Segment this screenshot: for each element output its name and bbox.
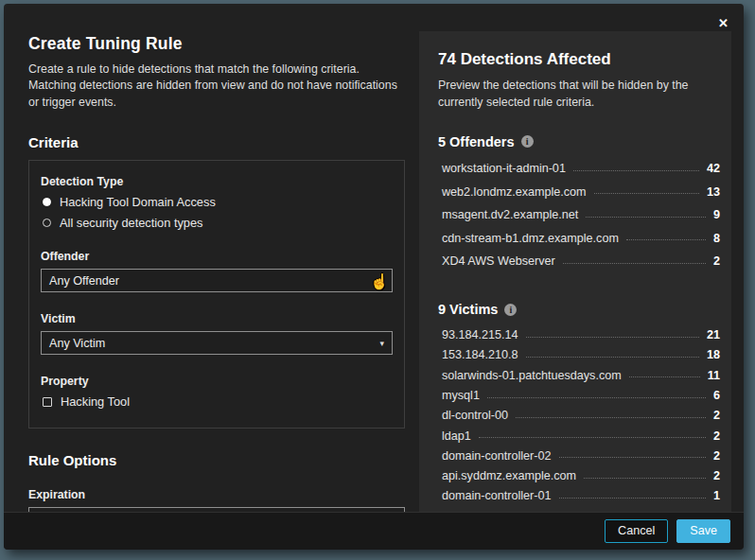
victim-name: mysql1 <box>442 389 480 402</box>
victim-list-item: solarwinds-01.patchtuesdays.com 11 <box>438 365 720 385</box>
detections-affected-title: 74 Detections Affected <box>438 50 720 69</box>
victim-list-item: api.syddmz.example.com 2 <box>438 466 720 486</box>
close-icon[interactable]: ✕ <box>714 13 732 33</box>
victims-heading-label: 9 Victims <box>438 302 498 317</box>
dotted-leader <box>559 457 706 458</box>
offender-label: Offender <box>41 250 393 263</box>
dialog-footer: Cancel Save <box>4 512 744 550</box>
rule-options-heading: Rule Options <box>28 452 405 468</box>
save-button[interactable]: Save <box>676 519 730 544</box>
radio-unselected-icon <box>43 219 51 227</box>
offenders-list: workstation-it-admin-01 42 web2.londmz.e… <box>438 157 720 273</box>
radio-all-security-detection-types[interactable]: All security detection types <box>41 216 393 230</box>
offender-count: 42 <box>707 162 720 175</box>
detection-type-label: Detection Type <box>41 175 393 188</box>
radio-option-label: All security detection types <box>60 216 203 230</box>
victim-name: api.syddmz.example.com <box>442 469 576 482</box>
dialog-subtitle: Create a rule to hide detections that ma… <box>28 61 405 111</box>
criteria-heading: Criteria <box>28 134 405 150</box>
victim-name: ldap1 <box>442 429 471 443</box>
radio-option-label: Hacking Tool Domain Access <box>60 195 216 209</box>
offender-selected-value: Any Offender <box>49 274 119 288</box>
cancel-button[interactable]: Cancel <box>605 519 668 544</box>
victim-name: dl-control-00 <box>442 409 508 422</box>
offender-count: 8 <box>713 232 720 245</box>
victim-list-item: dl-control-00 2 <box>438 406 720 426</box>
victim-list-item: domain-controller-01 1 <box>438 486 720 506</box>
offender-select[interactable]: Any Offender ☝ <box>41 269 393 292</box>
dotted-leader <box>487 397 706 398</box>
victim-count: 18 <box>707 348 720 361</box>
victim-count: 2 <box>713 429 720 443</box>
victim-count: 1 <box>713 489 720 502</box>
info-icon[interactable]: i <box>504 304 517 316</box>
victim-count: 6 <box>713 389 720 402</box>
criteria-fieldset: Detection Type Hacking Tool Domain Acces… <box>28 160 405 429</box>
expiration-label: Expiration <box>28 488 405 501</box>
dotted-leader <box>526 337 699 338</box>
offender-name: msagent.dv2.example.net <box>442 208 578 221</box>
dotted-leader <box>629 376 700 377</box>
victim-name: domain-controller-02 <box>442 449 552 463</box>
victim-label: Victim <box>41 312 393 325</box>
create-tuning-rule-dialog: ✕ Create Tuning Rule Create a rule to hi… <box>4 4 744 550</box>
victims-list: 93.184.215.14 21 153.184.210.8 18 solarw… <box>438 324 720 506</box>
victim-selected-value: Any Victim <box>49 337 105 350</box>
victim-name: 93.184.215.14 <box>442 328 518 341</box>
victim-list-item: 153.184.210.8 18 <box>438 345 720 365</box>
victim-select[interactable]: Any Victim ▾ <box>41 331 393 355</box>
checkbox-unchecked-icon <box>43 397 52 407</box>
dotted-leader <box>526 357 699 358</box>
dotted-leader <box>573 170 699 171</box>
offender-count: 13 <box>707 185 720 199</box>
offenders-heading: 5 Offenders i <box>438 134 720 149</box>
radio-selected-icon <box>43 198 51 206</box>
offender-list-item: web2.londmz.example.com 13 <box>438 180 720 203</box>
offender-list-item: XD4 AWS Webserver 2 <box>438 250 720 273</box>
victim-list-item: mysql1 6 <box>438 385 720 405</box>
dotted-leader <box>584 478 706 479</box>
detections-affected-subtitle: Preview the detections that will be hidd… <box>438 78 714 112</box>
radio-hacking-tool-domain-access[interactable]: Hacking Tool Domain Access <box>41 195 393 209</box>
offender-name: web2.londmz.example.com <box>442 185 587 199</box>
dotted-leader <box>559 498 706 499</box>
dialog-title: Create Tuning Rule <box>28 34 405 54</box>
victim-count: 2 <box>713 469 720 482</box>
cursor-pointer-icon: ☝ <box>370 272 389 290</box>
offender-name: workstation-it-admin-01 <box>442 162 566 175</box>
offender-name: cdn-stream-b1.dmz.example.com <box>442 232 619 245</box>
offender-list-item: workstation-it-admin-01 42 <box>438 157 720 181</box>
dotted-leader <box>586 217 706 218</box>
victim-list-item: ldap1 2 <box>438 426 720 446</box>
tuning-rule-form: Create Tuning Rule Create a rule to hide… <box>28 34 405 550</box>
offender-list-item: cdn-stream-b1.dmz.example.com 8 <box>438 226 720 250</box>
offender-count: 2 <box>713 254 720 268</box>
victims-heading: 9 Victims i <box>438 302 720 317</box>
offenders-heading-label: 5 Offenders <box>438 134 515 149</box>
dotted-leader <box>594 193 699 194</box>
victim-name: 153.184.210.8 <box>442 348 518 361</box>
property-label: Property <box>41 375 393 388</box>
checkbox-option-label: Hacking Tool <box>61 394 130 409</box>
victim-name: domain-controller-01 <box>442 489 552 502</box>
victim-list-item: domain-controller-02 2 <box>438 446 720 465</box>
victim-name: solarwinds-01.patchtuesdays.com <box>442 369 622 382</box>
offender-name: XD4 AWS Webserver <box>442 254 555 268</box>
checkbox-hacking-tool[interactable]: Hacking Tool <box>41 394 393 409</box>
dotted-leader <box>516 417 706 418</box>
victim-list-item: 93.184.215.14 21 <box>438 324 720 344</box>
offender-count: 9 <box>713 208 720 221</box>
dotted-leader <box>479 437 706 438</box>
victim-count: 2 <box>713 449 720 463</box>
victim-count: 21 <box>707 328 720 341</box>
dotted-leader <box>626 239 706 240</box>
victim-count: 11 <box>708 369 720 382</box>
dotted-leader <box>563 263 706 264</box>
victim-count: 2 <box>713 409 720 422</box>
info-icon[interactable]: i <box>521 135 534 148</box>
detections-affected-panel: 74 Detections Affected Preview the detec… <box>419 31 731 512</box>
chevron-down-icon: ▾ <box>379 339 384 348</box>
offender-list-item: msagent.dv2.example.net 9 <box>438 203 720 227</box>
